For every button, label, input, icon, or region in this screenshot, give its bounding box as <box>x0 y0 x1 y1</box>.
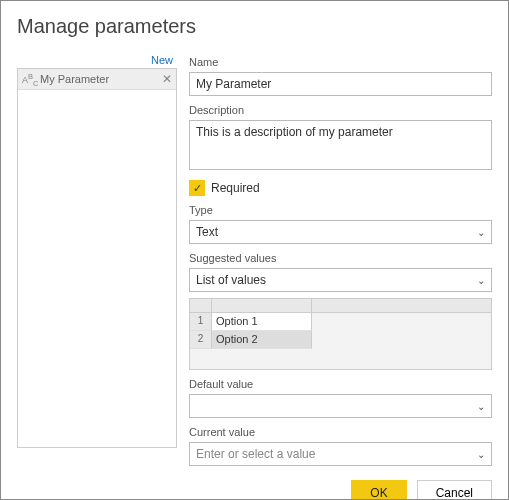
description-input[interactable]: This is a description of my parameter <box>189 120 492 170</box>
close-icon[interactable]: ✕ <box>162 72 172 86</box>
dialog-footer: OK Cancel <box>17 480 492 500</box>
grid-col-header <box>212 299 312 313</box>
row-index: 1 <box>190 313 212 331</box>
name-input[interactable] <box>189 72 492 96</box>
row-index: 2 <box>190 331 212 349</box>
dialog-title: Manage parameters <box>17 15 492 38</box>
text-type-icon: ABC <box>22 72 36 86</box>
grid-corner <box>190 299 212 313</box>
required-checkbox[interactable]: ✓ <box>189 180 205 196</box>
suggested-values-select[interactable]: List of values ⌄ <box>189 268 492 292</box>
parameter-list: ABC My Parameter ✕ <box>17 68 177 448</box>
current-value-label: Current value <box>189 426 492 438</box>
row-value[interactable]: Option 2 <box>212 331 312 349</box>
suggested-values-value: List of values <box>196 273 266 287</box>
sidebar: New ABC My Parameter ✕ <box>17 52 177 466</box>
chevron-down-icon: ⌄ <box>477 227 485 238</box>
suggested-values-label: Suggested values <box>189 252 492 264</box>
form-panel: Name Description This is a description o… <box>189 52 492 466</box>
type-select[interactable]: Text ⌄ <box>189 220 492 244</box>
checkmark-icon: ✓ <box>193 182 202 195</box>
grid-row[interactable]: 2 Option 2 <box>190 331 491 349</box>
parameter-item-label: My Parameter <box>40 73 162 85</box>
chevron-down-icon: ⌄ <box>477 401 485 412</box>
type-label: Type <box>189 204 492 216</box>
required-label: Required <box>211 181 260 195</box>
current-value-select[interactable]: Enter or select a value ⌄ <box>189 442 492 466</box>
row-value[interactable]: Option 1 <box>212 313 312 331</box>
chevron-down-icon: ⌄ <box>477 275 485 286</box>
content-area: New ABC My Parameter ✕ Name Description … <box>17 52 492 466</box>
values-grid[interactable]: 1 Option 1 2 Option 2 <box>189 298 492 370</box>
parameter-item[interactable]: ABC My Parameter ✕ <box>18 69 176 90</box>
grid-filler <box>312 299 491 313</box>
name-label: Name <box>189 56 492 68</box>
type-select-value: Text <box>196 225 218 239</box>
description-label: Description <box>189 104 492 116</box>
chevron-down-icon: ⌄ <box>477 449 485 460</box>
default-value-label: Default value <box>189 378 492 390</box>
required-row: ✓ Required <box>189 180 492 196</box>
default-value-select[interactable]: ⌄ <box>189 394 492 418</box>
grid-row[interactable]: 1 Option 1 <box>190 313 491 331</box>
new-parameter-link[interactable]: New <box>17 52 177 68</box>
ok-button[interactable]: OK <box>351 480 406 500</box>
current-value-placeholder: Enter or select a value <box>196 447 315 461</box>
cancel-button[interactable]: Cancel <box>417 480 492 500</box>
